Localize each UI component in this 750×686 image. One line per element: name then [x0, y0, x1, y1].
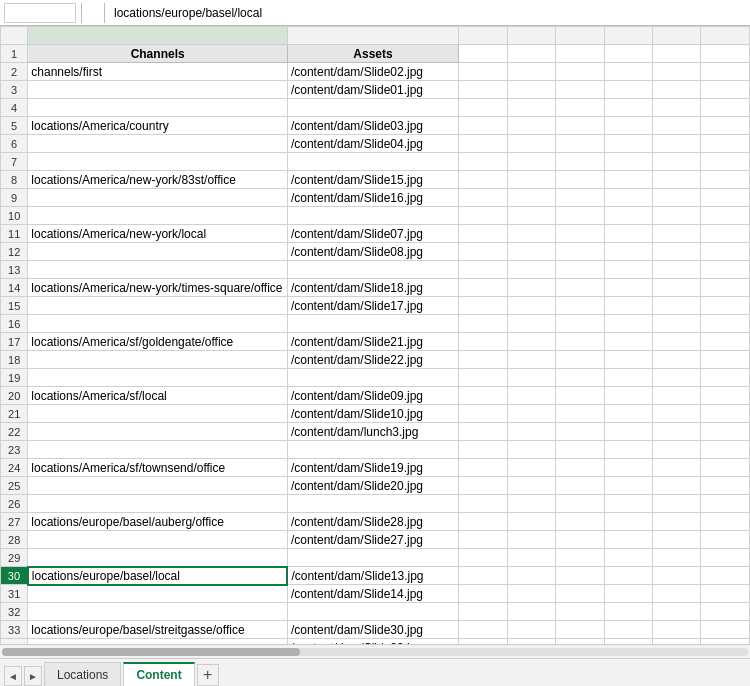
cell-b30[interactable]: /content/dam/Slide13.jpg [287, 567, 458, 585]
cell-empty[interactable] [653, 513, 701, 531]
cell-empty[interactable] [556, 441, 604, 459]
cell-empty[interactable] [701, 603, 750, 621]
table-row[interactable]: 15/content/dam/Slide17.jpg [1, 297, 750, 315]
cell-empty[interactable] [507, 261, 555, 279]
table-row[interactable]: 19 [1, 369, 750, 387]
cell-empty[interactable] [653, 531, 701, 549]
scrollbar-track[interactable] [2, 648, 748, 656]
cell-empty[interactable] [701, 99, 750, 117]
cell-empty[interactable] [556, 81, 604, 99]
table-row[interactable]: 21/content/dam/Slide10.jpg [1, 405, 750, 423]
cell-empty[interactable] [507, 603, 555, 621]
cell-a20[interactable]: locations/America/sf/local [28, 387, 288, 405]
cell-empty[interactable] [459, 441, 507, 459]
cell-empty[interactable] [556, 315, 604, 333]
cell-empty[interactable] [701, 153, 750, 171]
cell-a2[interactable]: channels/first [28, 63, 288, 81]
cell-empty[interactable] [459, 117, 507, 135]
cell-empty[interactable] [459, 171, 507, 189]
table-row[interactable]: 11locations/America/new-york/local/conte… [1, 225, 750, 243]
tab-nav-right[interactable]: ► [24, 666, 42, 686]
cell-b29[interactable] [287, 549, 458, 567]
cell-empty[interactable] [507, 171, 555, 189]
tab-add-button[interactable]: + [197, 664, 219, 686]
cell-a6[interactable] [28, 135, 288, 153]
cell-empty[interactable] [604, 243, 652, 261]
cell-empty[interactable] [604, 297, 652, 315]
spreadsheet[interactable]: 1ChannelsAssets2channels/first/content/d… [0, 26, 750, 644]
cell-a26[interactable] [28, 495, 288, 513]
cell-empty[interactable] [459, 567, 507, 585]
cell-b18[interactable]: /content/dam/Slide22.jpg [287, 351, 458, 369]
cell-empty[interactable] [604, 171, 652, 189]
cell-empty[interactable] [604, 99, 652, 117]
cell-empty[interactable] [653, 117, 701, 135]
table-row[interactable]: 13 [1, 261, 750, 279]
cell-b12[interactable]: /content/dam/Slide08.jpg [287, 243, 458, 261]
cell-empty[interactable] [507, 621, 555, 639]
cell-empty[interactable] [507, 153, 555, 171]
cell-empty[interactable] [507, 45, 555, 63]
cell-empty[interactable] [507, 387, 555, 405]
cell-empty[interactable] [653, 207, 701, 225]
cell-empty[interactable] [653, 153, 701, 171]
cell-b32[interactable] [287, 603, 458, 621]
cell-empty[interactable] [604, 441, 652, 459]
cell-empty[interactable] [701, 351, 750, 369]
cell-b23[interactable] [287, 441, 458, 459]
cell-empty[interactable] [459, 387, 507, 405]
cell-b22[interactable]: /content/dam/lunch3.jpg [287, 423, 458, 441]
table-row[interactable]: 17locations/America/sf/goldengate/office… [1, 333, 750, 351]
cell-empty[interactable] [507, 117, 555, 135]
cell-a33[interactable]: locations/europe/basel/streitgasse/offic… [28, 621, 288, 639]
cell-empty[interactable] [556, 513, 604, 531]
cell-b13[interactable] [287, 261, 458, 279]
cell-empty[interactable] [556, 99, 604, 117]
cell-empty[interactable] [556, 153, 604, 171]
cell-empty[interactable] [653, 549, 701, 567]
cell-empty[interactable] [653, 45, 701, 63]
cell-empty[interactable] [653, 585, 701, 603]
cell-a31[interactable] [28, 585, 288, 603]
cell-b17[interactable]: /content/dam/Slide21.jpg [287, 333, 458, 351]
cell-empty[interactable] [556, 531, 604, 549]
cell-b24[interactable]: /content/dam/Slide19.jpg [287, 459, 458, 477]
cell-empty[interactable] [653, 477, 701, 495]
cell-empty[interactable] [507, 315, 555, 333]
tab-locations[interactable]: Locations [44, 662, 121, 686]
cell-empty[interactable] [507, 567, 555, 585]
table-row[interactable]: 24locations/America/sf/townsend/office/c… [1, 459, 750, 477]
cell-empty[interactable] [604, 405, 652, 423]
cell-empty[interactable] [459, 621, 507, 639]
cell-empty[interactable] [653, 135, 701, 153]
cell-b25[interactable]: /content/dam/Slide20.jpg [287, 477, 458, 495]
cell-empty[interactable] [653, 423, 701, 441]
cell-empty[interactable] [459, 423, 507, 441]
cell-a4[interactable] [28, 99, 288, 117]
cell-empty[interactable] [653, 567, 701, 585]
cell-empty[interactable] [507, 531, 555, 549]
cell-empty[interactable] [701, 621, 750, 639]
cell-empty[interactable] [653, 495, 701, 513]
cell-empty[interactable] [459, 135, 507, 153]
col-header-h[interactable] [701, 27, 750, 45]
cell-empty[interactable] [459, 405, 507, 423]
cell-empty[interactable] [701, 45, 750, 63]
cell-empty[interactable] [556, 189, 604, 207]
cell-empty[interactable] [701, 261, 750, 279]
cell-empty[interactable] [507, 549, 555, 567]
cell-b28[interactable]: /content/dam/Slide27.jpg [287, 531, 458, 549]
cell-b26[interactable] [287, 495, 458, 513]
cell-empty[interactable] [556, 495, 604, 513]
cell-empty[interactable] [459, 81, 507, 99]
table-row[interactable]: 3/content/dam/Slide01.jpg [1, 81, 750, 99]
cell-empty[interactable] [556, 585, 604, 603]
cell-empty[interactable] [507, 63, 555, 81]
cell-empty[interactable] [507, 639, 555, 645]
cell-b27[interactable]: /content/dam/Slide28.jpg [287, 513, 458, 531]
cell-empty[interactable] [653, 387, 701, 405]
table-row[interactable]: 31/content/dam/Slide14.jpg [1, 585, 750, 603]
cell-empty[interactable] [507, 189, 555, 207]
cell-empty[interactable] [653, 441, 701, 459]
cell-empty[interactable] [459, 225, 507, 243]
